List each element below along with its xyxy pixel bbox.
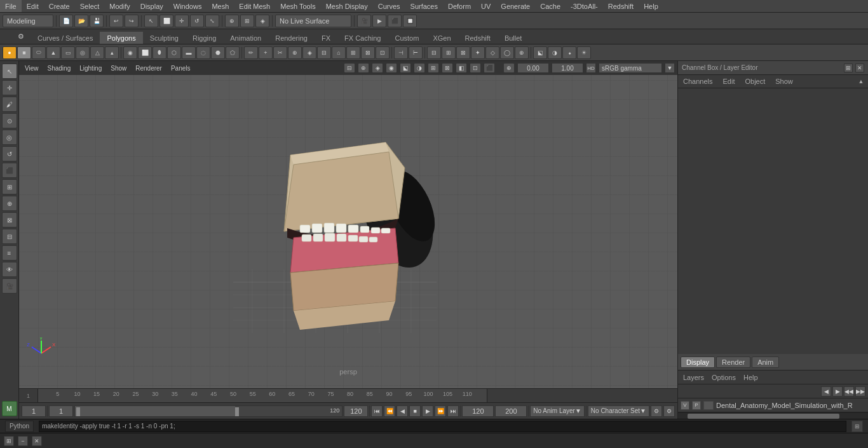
layer-visibility-v[interactable]: V: [681, 401, 689, 410]
view-menu[interactable]: View: [22, 64, 42, 72]
sphere-btn[interactable]: ●: [3, 46, 17, 59]
go-start-btn[interactable]: ⏮: [371, 405, 383, 417]
render2-btn[interactable]: ▶: [372, 15, 386, 27]
char-set-settings[interactable]: ⚙: [651, 405, 662, 417]
sculpt-btn[interactable]: ⊠: [2, 212, 17, 227]
menu-display[interactable]: Display: [135, 0, 168, 12]
object-tab[interactable]: Object: [742, 76, 768, 86]
circularize-btn[interactable]: ◯: [500, 46, 514, 59]
mode-dropdown[interactable]: Modeling: [3, 15, 53, 27]
soft-select-btn[interactable]: ⊙: [2, 113, 17, 128]
tab-curves-surfaces[interactable]: Curves / Surfaces: [31, 32, 100, 44]
tab-fx-caching[interactable]: FX Caching: [337, 32, 388, 44]
menu-select[interactable]: Select: [75, 0, 105, 12]
render-view-btn[interactable]: 🎥: [2, 278, 17, 294]
frame-range-bar[interactable]: 120: [74, 405, 342, 417]
render-tab-btn[interactable]: Render: [716, 356, 750, 368]
stop-btn[interactable]: ■: [409, 405, 421, 417]
cylinder-btn[interactable]: ⬭: [32, 46, 46, 59]
scale-btn[interactable]: ⤡: [205, 15, 219, 27]
win-close[interactable]: ✕: [32, 436, 42, 446]
menu-3dtool[interactable]: -3DtoAll-: [566, 0, 603, 12]
vp-icon4[interactable]: ◉: [386, 63, 397, 73]
panel-float-btn[interactable]: ⊞: [844, 64, 853, 72]
visibility-btn[interactable]: 👁: [2, 262, 17, 277]
char-set-dropdown[interactable]: No Character Set▼: [588, 405, 649, 417]
live-surface-dropdown[interactable]: No Live Surface: [275, 15, 351, 27]
menu-edit[interactable]: Edit: [22, 0, 44, 12]
layer-color-swatch[interactable]: [703, 401, 714, 410]
hdr-btn[interactable]: HD: [586, 63, 596, 73]
vp-icon10[interactable]: ⊡: [470, 63, 481, 73]
tab-xgen[interactable]: XGen: [426, 32, 458, 44]
step-back-btn[interactable]: ⏪: [384, 405, 395, 417]
frame-end-input[interactable]: [344, 405, 368, 417]
poly-extra-btn[interactable]: ⬠: [226, 46, 240, 59]
undo-btn[interactable]: ↩: [109, 15, 123, 27]
menu-file[interactable]: File: [0, 0, 22, 12]
mirror-btn[interactable]: ⊣: [394, 46, 408, 59]
bridge-btn[interactable]: ⊟: [317, 46, 331, 59]
layer-btn[interactable]: ≡: [2, 245, 17, 261]
menu-redshift[interactable]: Redshift: [603, 0, 639, 12]
command-line[interactable]: makeIdentity -apply true -t 1 -r 1 -s 1 …: [39, 421, 846, 432]
go-end-btn[interactable]: ⏭: [447, 405, 459, 417]
help-menu[interactable]: Help: [741, 372, 761, 383]
poly-cone-btn[interactable]: ⬡: [167, 46, 181, 59]
append-btn[interactable]: +: [259, 46, 273, 59]
insert-loop-btn[interactable]: ⊠: [456, 46, 470, 59]
layers-menu[interactable]: Layers: [681, 372, 707, 383]
lasso-btn[interactable]: ⬜: [159, 15, 173, 27]
vp-icon1[interactable]: ⊟: [344, 63, 355, 73]
tab-bar-settings[interactable]: ⚙: [18, 29, 31, 44]
menu-windows[interactable]: Windows: [168, 0, 207, 12]
tab-redshift[interactable]: Redshift: [458, 32, 498, 44]
vp-icon7[interactable]: ⊞: [428, 63, 439, 73]
current-frame-input[interactable]: [22, 405, 46, 417]
paint-btn[interactable]: 🖌: [2, 97, 17, 112]
merge-btn[interactable]: ⊕: [288, 46, 302, 59]
tab-polygons[interactable]: Polygons: [100, 32, 142, 44]
menu-deform[interactable]: Deform: [443, 0, 476, 12]
edit-tab[interactable]: Edit: [720, 76, 737, 86]
menu-edit-mesh[interactable]: Edit Mesh: [234, 0, 275, 12]
status-settings-btn[interactable]: ⊞: [851, 421, 863, 432]
layer-scroll-thumb[interactable]: [688, 414, 839, 419]
panel-close-btn[interactable]: ✕: [855, 64, 864, 72]
draw-btn[interactable]: ✏: [244, 46, 258, 59]
vp-icon3[interactable]: ◈: [372, 63, 383, 73]
xray-btn[interactable]: ⬕: [533, 46, 547, 59]
vp-icon12[interactable]: ⊕: [503, 63, 515, 73]
channels-tab[interactable]: Channels: [681, 76, 715, 86]
save-btn[interactable]: 💾: [90, 15, 104, 27]
inset-btn[interactable]: ⊡: [376, 46, 390, 59]
tab-bullet[interactable]: Bullet: [498, 32, 529, 44]
anim-settings[interactable]: ⚙: [663, 405, 675, 417]
win-minimize[interactable]: −: [18, 436, 28, 446]
layer-scroll-right2[interactable]: ▶▶: [855, 386, 865, 397]
poly-prism-btn[interactable]: ⬣: [211, 46, 225, 59]
select-btn[interactable]: ↖: [144, 15, 158, 27]
poly-sphere-btn[interactable]: ◉: [123, 46, 137, 59]
play-fwd-btn[interactable]: ▶: [422, 405, 433, 417]
menu-create[interactable]: Create: [44, 0, 75, 12]
panels-menu[interactable]: Panels: [168, 64, 194, 72]
menu-modify[interactable]: Modify: [104, 0, 135, 12]
tab-rigging[interactable]: Rigging: [186, 32, 223, 44]
options-menu[interactable]: Options: [709, 372, 738, 383]
cone-btn[interactable]: ▲: [46, 46, 60, 59]
tab-animation[interactable]: Animation: [223, 32, 268, 44]
menu-uv[interactable]: UV: [476, 0, 496, 12]
cut-btn[interactable]: ✂: [273, 46, 287, 59]
tab-rendering[interactable]: Rendering: [268, 32, 315, 44]
target-weld-btn[interactable]: ⊕: [515, 46, 529, 59]
transform-btn[interactable]: ✛: [2, 80, 17, 95]
anim-total-field[interactable]: [495, 405, 527, 417]
layer-scroll-track[interactable]: [678, 412, 868, 419]
vp-icon8[interactable]: ⊠: [442, 63, 453, 73]
show-tab[interactable]: Show: [773, 76, 796, 86]
texture-btn[interactable]: ⬥: [562, 46, 576, 59]
vp-icon11[interactable]: ⬛: [484, 63, 495, 73]
render4-btn[interactable]: 🔲: [403, 15, 417, 27]
menu-help[interactable]: Help: [639, 0, 663, 12]
